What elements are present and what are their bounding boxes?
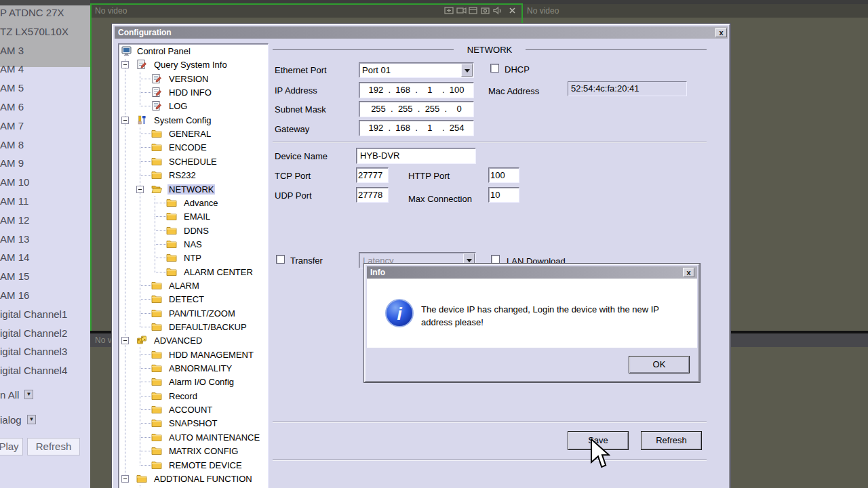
tree-expand-box[interactable] [121, 337, 129, 344]
http-port-field[interactable]: 100 [488, 167, 519, 183]
folder-icon [151, 432, 162, 443]
channel-item[interactable]: AM 11 [0, 192, 90, 211]
tree-item-alarm-i-o-config[interactable]: Alarm I/O Config [119, 375, 268, 388]
channel-item-label: igital Channel3 [0, 346, 67, 357]
channel-item[interactable]: AM 15 [0, 267, 90, 286]
configuration-titlebar[interactable]: Configuration [115, 26, 728, 39]
channel-item[interactable]: AM 3 [0, 41, 90, 60]
play-button[interactable]: Play [0, 438, 23, 455]
tree-item-general[interactable]: GENERAL [119, 127, 268, 140]
info-dialog: Info x i The device IP has changed, Logi… [364, 264, 700, 382]
folder-icon [166, 225, 177, 236]
tree-item-schedule[interactable]: SCHEDULE [119, 155, 268, 168]
tcp-port-label: TCP Port [275, 171, 311, 181]
tree-item-system-config[interactable]: System Config [119, 113, 268, 127]
channel-item[interactable]: AM 12 [0, 211, 90, 230]
channel-item[interactable]: AM 7 [0, 117, 90, 136]
tree-item-nas[interactable]: NAS [119, 237, 268, 251]
tree-item-auto-maintenance[interactable]: AUTO MAINTENANCE [119, 430, 268, 444]
tree-item-label: RS232 [167, 170, 197, 180]
channel-item[interactable]: AM 9 [0, 154, 90, 173]
open-all-dropdown-button[interactable]: ▼ [24, 390, 33, 399]
channel-item[interactable]: AM 8 [0, 136, 90, 155]
folder-icon [151, 376, 162, 387]
channel-item[interactable]: AM 6 [0, 98, 90, 117]
channel-item-label: AM 11 [0, 195, 28, 207]
tree-item-network[interactable]: NETWORK [119, 182, 268, 196]
channel-item[interactable]: igital Channel4 [0, 361, 90, 380]
tree-item-matrix-config[interactable]: MATRIX CONFIG [119, 444, 268, 458]
tree-item-ntp[interactable]: NTP [119, 251, 268, 264]
tree-item-advanced[interactable]: ADVANCED [119, 333, 268, 347]
tree-item-email[interactable]: EMAIL [119, 209, 268, 223]
tree-item-record[interactable]: Record [119, 389, 268, 403]
gateway-field[interactable]: 192 . 168 . 1 . 254 [359, 120, 474, 136]
video-pane2-titlebar: No video [523, 4, 868, 18]
dialog-dropdown-button[interactable]: ▼ [27, 415, 36, 424]
tree-expand-box[interactable] [121, 117, 129, 124]
transfer-checkbox[interactable] [276, 255, 285, 264]
tree-item-pan-tilt-zoom[interactable]: PAN/TILT/ZOOM [119, 306, 268, 320]
channel-item[interactable]: igital Channel2 [0, 324, 90, 343]
tree-item-ddns[interactable]: DDNS [119, 224, 268, 237]
network-section-title: NETWORK [454, 45, 526, 55]
tree-item-advance[interactable]: Advance [119, 196, 268, 209]
tree-expand-box[interactable] [136, 186, 144, 193]
tree-item-alarm-center[interactable]: ALARM CENTER [119, 265, 268, 279]
info-body: i The device IP has changed, Login the d… [367, 279, 697, 348]
open-all-control[interactable]: n All ▼ [0, 387, 90, 406]
channel-item[interactable]: TZ LX570L10X [0, 22, 90, 41]
tree-item-control-panel[interactable]: Control Panel [119, 44, 268, 58]
ip-address-field[interactable]: 192 . 168 . 1 . 100 [359, 82, 474, 98]
refresh-button-sidebar[interactable]: Refresh [27, 438, 80, 455]
tree-item-alarm[interactable]: ALARM [119, 279, 268, 292]
refresh-button[interactable]: Refresh [641, 431, 702, 450]
udp-port-field[interactable]: 27778 [356, 187, 389, 203]
tree-expand-box[interactable] [121, 475, 129, 483]
configuration-close-button[interactable]: x [715, 28, 727, 37]
tree-item-addtional-function[interactable]: ADDTIONAL FUNCTION [119, 472, 268, 485]
channel-item-label: TZ LX570L10X [0, 26, 68, 37]
tree-item-encode[interactable]: ENCODE [119, 140, 268, 154]
channel-item[interactable]: AM 5 [0, 79, 90, 98]
max-connection-field[interactable]: 10 [488, 187, 519, 203]
channel-item-label: AM 13 [0, 233, 29, 245]
ethernet-port-select[interactable]: Port 01 [359, 62, 474, 78]
channel-item[interactable]: AM 14 [0, 248, 90, 267]
channel-item[interactable]: AM 13 [0, 230, 90, 249]
tree-item-default-backup[interactable]: DEFAULT/BACKUP [119, 320, 268, 333]
tree-item-abnormality[interactable]: ABNORMALITY [119, 361, 268, 375]
tree-item-hdd-management[interactable]: HDD MANAGEMENT [119, 348, 268, 361]
ethernet-port-dropdown-arrow[interactable] [461, 64, 473, 77]
tree-item-item[interactable] [119, 485, 268, 488]
tree-item-version[interactable]: VERSION [119, 72, 268, 85]
device-name-field[interactable]: HYB-DVR [356, 148, 476, 164]
tree-item-hdd-info[interactable]: HDD INFO [119, 85, 268, 99]
tree-item-remote-device[interactable]: REMOTE DEVICE [119, 458, 268, 472]
channel-item[interactable]: AM 16 [0, 286, 90, 305]
dialog-control[interactable]: ialog ▼ [0, 412, 90, 431]
tree-item-query-system-info[interactable]: Query System Info [119, 58, 268, 71]
lan-download-checkbox[interactable] [491, 255, 500, 264]
tree-item-detect[interactable]: DETECT [119, 292, 268, 306]
channel-item-label: AM 10 [0, 176, 29, 188]
dhcp-checkbox[interactable] [490, 64, 499, 73]
tree-item-log[interactable]: LOG [119, 99, 268, 113]
tree-item-account[interactable]: ACCOUNT [119, 403, 268, 416]
tree-item-rs232[interactable]: RS232 [119, 168, 268, 182]
channel-item[interactable]: igital Channel3 [0, 342, 90, 361]
tree-expand-box[interactable] [121, 61, 129, 68]
tree-item-label: AUTO MAINTENANCE [167, 432, 261, 443]
channel-item[interactable]: igital Channel1 [0, 305, 90, 324]
info-close-button[interactable]: x [683, 268, 694, 277]
tree-item-label: DEFAULT/BACKUP [167, 322, 248, 332]
channel-item[interactable]: P ATDNC 27X [0, 3, 90, 22]
tree-item-snapshot[interactable]: SNAPSHOT [119, 416, 268, 430]
channel-item[interactable]: AM 10 [0, 173, 90, 192]
subnet-mask-field[interactable]: 255 . 255 . 255 . 0 [359, 101, 474, 117]
channel-item[interactable]: AM 4 [0, 60, 90, 79]
info-titlebar[interactable]: Info [367, 266, 697, 279]
folder-icon [151, 280, 162, 291]
ok-button[interactable]: OK [629, 356, 690, 373]
tcp-port-field[interactable]: 27777 [356, 167, 389, 183]
